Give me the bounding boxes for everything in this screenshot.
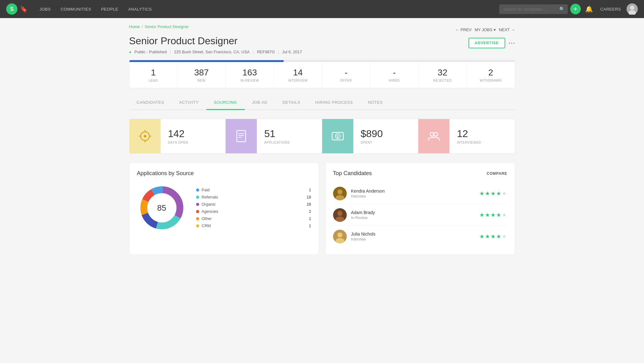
- more-options-button[interactable]: ⋯: [508, 39, 515, 47]
- spent-value: $890: [361, 128, 383, 140]
- tab-job-ad[interactable]: JOB AD: [245, 96, 275, 110]
- applications-value: 51: [264, 128, 290, 140]
- job-location: 225 Bush Street, San Francisco, CA, USA: [174, 50, 250, 54]
- stage-offer[interactable]: - OFFER: [322, 62, 370, 88]
- bookmark-icon[interactable]: 🔖: [20, 5, 28, 13]
- candidate-stage-2: Interview: [351, 237, 475, 241]
- arrow-left-icon: ←: [455, 27, 459, 32]
- tab-sourcing[interactable]: SOURCING: [206, 96, 245, 110]
- top-candidates-title: Top Candidates: [333, 170, 372, 177]
- chart-area: 85 Paid 1 Referrals: [137, 183, 311, 233]
- candidate-name-1: Adam Brady: [351, 210, 475, 215]
- nav-people[interactable]: PEOPLE: [97, 4, 123, 14]
- advertise-button[interactable]: ADVERTISE: [468, 38, 505, 48]
- crm-dot: [196, 224, 199, 227]
- applications-by-source-title: Applications by Source: [137, 170, 311, 177]
- job-meta: ● Public - Published | 225 Bush Street, …: [129, 50, 515, 54]
- chevron-down-icon: ▾: [494, 27, 496, 32]
- tabs: CANDIDATES ACTIVITY SOURCING JOB AD DETA…: [129, 96, 515, 110]
- interviewed-label: INTERVIEWED: [457, 141, 481, 144]
- svg-text:$: $: [336, 134, 339, 139]
- stat-days-open: 142 DAYS OPEN: [129, 119, 226, 153]
- meta-sep-2: |: [253, 50, 254, 54]
- stage-lead[interactable]: 1 LEAD: [129, 62, 178, 88]
- sourcing-stats: 142 DAYS OPEN 51 APPLICATIONS $ $890 SPE…: [129, 119, 515, 154]
- applications-icon: [226, 119, 257, 153]
- stage-hired[interactable]: - HIRED: [370, 62, 419, 88]
- candidate-info-2: Julia Nichols Interview: [351, 232, 475, 241]
- prev-label: PREV: [461, 27, 472, 32]
- stage-in-review[interactable]: 163 IN-REVIEW: [226, 62, 274, 88]
- nav-analytics[interactable]: ANALYTICS: [124, 4, 156, 14]
- svg-rect-9: [237, 131, 246, 142]
- candidates-list: Kendra Anderson Interview ★★★★★ Adam Bra…: [333, 183, 507, 247]
- tab-hiring-process[interactable]: HIRING PROCESS: [308, 96, 360, 110]
- donut-chart: 85: [137, 183, 187, 233]
- tab-activity[interactable]: ACTIVITY: [172, 96, 206, 110]
- organic-dot: [196, 203, 199, 206]
- nav-jobs[interactable]: JOBS: [35, 4, 55, 14]
- bell-icon[interactable]: 🔔: [583, 5, 595, 13]
- nav-communities[interactable]: COMMUNITIES: [56, 4, 96, 14]
- tab-details[interactable]: DETAILS: [275, 96, 308, 110]
- candidate-row[interactable]: Julia Nichols Interview ★★★★★: [333, 226, 507, 247]
- breadcrumb-current[interactable]: Senior Product Designer: [145, 24, 189, 29]
- avatar[interactable]: [627, 3, 638, 15]
- title-row: Senior Product Designer ADVERTISE ⋯: [129, 35, 515, 48]
- candidate-stars-0: ★★★★★: [479, 190, 507, 197]
- spent-icon: $: [322, 119, 353, 153]
- legend-crm: CRM 1: [196, 222, 311, 229]
- job-title: Senior Product Designer: [129, 35, 238, 47]
- referrals-dot: [196, 196, 199, 199]
- svg-point-8: [144, 135, 146, 137]
- interviewed-value: 12: [457, 128, 481, 140]
- donut-total: 85: [157, 203, 166, 213]
- search-input[interactable]: [499, 4, 568, 14]
- bottom-grid: Applications by Source 85: [129, 162, 515, 255]
- prev-button[interactable]: ← PREV: [455, 27, 472, 32]
- candidate-name-0: Kendra Anderson: [351, 189, 475, 193]
- next-label: NEXT: [499, 27, 510, 32]
- stat-interviewed: 12 INTERVIEWED: [418, 119, 515, 153]
- prev-next-nav: ← PREV MY JOBS ▾ NEXT →: [455, 27, 515, 32]
- candidate-stars-2: ★★★★★: [479, 233, 507, 240]
- main-content: Home / Senior Product Designer ← PREV MY…: [117, 18, 528, 261]
- job-ref: REF987G: [257, 50, 275, 54]
- stage-interview[interactable]: 14 INTERVIEW: [274, 62, 322, 88]
- candidate-row[interactable]: Kendra Anderson Interview ★★★★★: [333, 183, 507, 204]
- candidate-stage-1: In-Review: [351, 216, 475, 220]
- next-button[interactable]: NEXT →: [499, 27, 515, 32]
- add-button[interactable]: +: [570, 4, 581, 14]
- candidate-info-1: Adam Brady In-Review: [351, 210, 475, 220]
- candidate-stage-0: Interview: [351, 194, 475, 198]
- nav-logo[interactable]: S: [6, 3, 17, 15]
- candidate-stars-1: ★★★★★: [479, 212, 507, 218]
- stage-new[interactable]: 387 NEW: [177, 62, 226, 88]
- legend-other: Other 1: [196, 215, 311, 222]
- breadcrumb-home[interactable]: Home: [129, 24, 140, 29]
- svg-point-17: [434, 132, 438, 136]
- meta-sep-1: |: [170, 50, 171, 54]
- legend-referrals: Referrals 18: [196, 193, 311, 201]
- my-jobs-button[interactable]: MY JOBS ▾: [475, 27, 496, 32]
- days-open-label: DAYS OPEN: [168, 141, 188, 144]
- compare-button[interactable]: COMPARE: [487, 171, 507, 176]
- candidate-avatar-1: [333, 208, 347, 222]
- svg-point-16: [430, 132, 434, 136]
- tab-candidates[interactable]: CANDIDATES: [129, 96, 172, 110]
- pipeline-fill: [129, 60, 284, 62]
- nav-careers[interactable]: CAREERS: [597, 7, 624, 12]
- top-candidates-card: Top Candidates COMPARE Kendra Anderson I…: [325, 162, 515, 255]
- candidate-row[interactable]: Adam Brady In-Review ★★★★★: [333, 204, 507, 226]
- applications-label: APPLICATIONS: [264, 141, 290, 144]
- stage-rejected[interactable]: 32 REJECTED: [419, 62, 467, 88]
- candidate-avatar-2: [333, 230, 347, 243]
- pipeline-track: [129, 60, 515, 62]
- tab-notes[interactable]: NOTES: [360, 96, 390, 110]
- top-actions: ADVERTISE ⋯: [468, 38, 515, 48]
- stage-withdrawn[interactable]: 2 WITHDRAWN: [467, 62, 515, 88]
- my-jobs-label: MY JOBS: [475, 27, 492, 32]
- candidate-avatar-0: [333, 187, 347, 200]
- agencies-dot: [196, 210, 199, 213]
- top-candidates-header: Top Candidates COMPARE: [333, 170, 507, 177]
